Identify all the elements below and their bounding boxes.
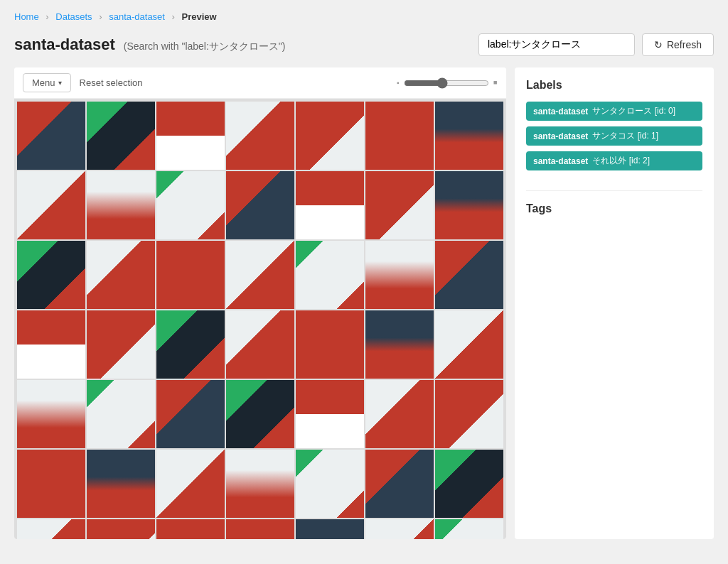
label-tag[interactable]: santa-dataset サンタコス [id: 1] [526, 126, 702, 146]
image-cell[interactable] [17, 380, 85, 448]
left-panel: Menu ▾ Reset selection ▪ ▪ [14, 67, 506, 539]
label-text: サンタコス [id: 1] [592, 130, 695, 142]
image-cell[interactable] [156, 102, 225, 170]
image-cell[interactable] [87, 450, 155, 518]
menu-label: Menu [32, 77, 55, 88]
image-cell[interactable] [435, 519, 503, 539]
image-cell[interactable] [17, 241, 85, 309]
image-cell[interactable] [156, 450, 225, 518]
image-grid [14, 99, 506, 539]
image-cell[interactable] [87, 171, 155, 239]
image-cell[interactable] [296, 310, 364, 379]
image-cell[interactable] [365, 519, 434, 539]
image-cell[interactable] [226, 450, 294, 518]
label-tag[interactable]: santa-dataset それ以外 [id: 2] [526, 151, 702, 170]
label-dataset: santa-dataset [533, 156, 588, 166]
image-cell[interactable] [87, 519, 155, 539]
label-tag[interactable]: santa-dataset サンタクロース [id: 0] [526, 102, 702, 121]
image-cell[interactable] [17, 519, 85, 539]
image-cell[interactable] [296, 171, 364, 239]
page-header: santa-dataset (Search with "label:サンタクロー… [0, 28, 728, 67]
breadcrumb-datasets[interactable]: Datasets [55, 11, 92, 22]
image-cell[interactable] [156, 380, 225, 448]
tags-section: Tags [526, 190, 702, 215]
image-cell[interactable] [296, 380, 364, 448]
image-cell[interactable] [87, 310, 155, 379]
image-cell[interactable] [17, 171, 85, 239]
image-cell[interactable] [365, 450, 434, 518]
size-slider[interactable] [404, 77, 489, 89]
menu-button[interactable]: Menu ▾ [23, 73, 71, 92]
label-text: それ以外 [id: 2] [592, 155, 695, 167]
image-cell[interactable] [296, 519, 364, 539]
image-cell[interactable] [365, 171, 434, 239]
image-cell[interactable] [435, 102, 503, 170]
image-cell[interactable] [365, 310, 434, 379]
breadcrumb-dataset[interactable]: santa-dataset [109, 11, 165, 22]
image-cell[interactable] [365, 102, 434, 170]
chevron-down-icon: ▾ [58, 79, 62, 87]
right-panel: Labels santa-dataset サンタクロース [id: 0]sant… [515, 67, 714, 539]
size-large-icon: ▪ [493, 75, 498, 90]
label-dataset: santa-dataset [533, 107, 588, 116]
refresh-label: Refresh [667, 39, 702, 50]
breadcrumb-sep-2: › [99, 11, 102, 22]
size-slider-container: ▪ ▪ [397, 75, 498, 90]
labels-list: santa-dataset サンタクロース [id: 0]santa-datas… [526, 102, 702, 176]
image-cell[interactable] [435, 171, 503, 239]
label-dataset: santa-dataset [533, 131, 588, 141]
breadcrumb-sep-3: › [172, 11, 175, 22]
image-cell[interactable] [435, 310, 503, 379]
image-cell[interactable] [87, 380, 155, 448]
tags-title: Tags [526, 202, 702, 215]
image-cell[interactable] [156, 519, 225, 539]
breadcrumb-current: Preview [182, 11, 217, 22]
reset-selection-button[interactable]: Reset selection [80, 74, 143, 92]
image-cell[interactable] [87, 102, 155, 170]
image-cell[interactable] [226, 310, 294, 379]
page-container: Home › Datasets › santa-dataset › Previe… [0, 0, 728, 564]
image-cell[interactable] [435, 380, 503, 448]
page-subtitle: (Search with "label:サンタクロース") [124, 40, 286, 52]
image-cell[interactable] [156, 310, 225, 379]
image-cell[interactable] [226, 241, 294, 309]
image-cell[interactable] [156, 241, 225, 309]
image-cell[interactable] [226, 171, 294, 239]
page-title: santa-dataset [14, 36, 115, 53]
size-small-icon: ▪ [397, 79, 400, 87]
image-cell[interactable] [435, 450, 503, 518]
image-cell[interactable] [17, 310, 85, 379]
image-cell[interactable] [226, 102, 294, 170]
image-cell[interactable] [365, 241, 434, 309]
image-cell[interactable] [435, 241, 503, 309]
label-text: サンタクロース [id: 0] [592, 105, 695, 117]
image-cell[interactable] [226, 519, 294, 539]
labels-title: Labels [526, 79, 702, 92]
image-cell[interactable] [156, 171, 225, 239]
image-cell[interactable] [17, 450, 85, 518]
main-content: Menu ▾ Reset selection ▪ ▪ Labels santa-… [0, 67, 728, 539]
breadcrumb-home[interactable]: Home [14, 11, 39, 22]
refresh-icon: ↻ [654, 39, 663, 50]
image-cell[interactable] [296, 102, 364, 170]
breadcrumb-sep-1: › [46, 11, 48, 22]
refresh-button[interactable]: ↻ Refresh [642, 33, 714, 56]
image-cell[interactable] [87, 241, 155, 309]
breadcrumb: Home › Datasets › santa-dataset › Previe… [0, 0, 728, 28]
image-cell[interactable] [365, 380, 434, 448]
header-left: santa-dataset (Search with "label:サンタクロー… [14, 36, 286, 54]
image-cell[interactable] [296, 241, 364, 309]
search-input[interactable] [478, 33, 635, 56]
header-right: ↻ Refresh [478, 33, 714, 56]
image-cell[interactable] [17, 102, 85, 170]
image-cell[interactable] [226, 380, 294, 448]
image-cell[interactable] [296, 450, 364, 518]
toolbar: Menu ▾ Reset selection ▪ ▪ [14, 67, 506, 99]
